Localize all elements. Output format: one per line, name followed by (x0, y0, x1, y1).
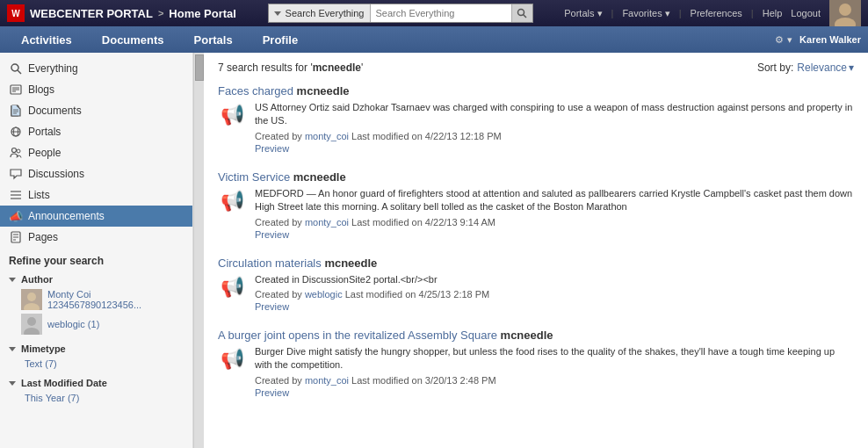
svg-point-18 (12, 148, 17, 153)
result-preview-link[interactable]: Preview (255, 387, 289, 398)
sidebar-item-people[interactable]: People (0, 142, 192, 163)
sidebar-item-label: Blogs (28, 83, 54, 96)
svg-line-1 (524, 15, 527, 18)
search-wrapper: Search Everything (268, 4, 533, 23)
sidebar-item-label: Lists (28, 189, 50, 201)
sort-dropdown-icon: ▾ (849, 61, 854, 74)
svg-point-28 (27, 293, 36, 301)
refine-group-mimetype-title[interactable]: Mimetype (9, 343, 184, 354)
result-text: Burger Dive might satisfy the hungry sho… (255, 345, 854, 399)
mimetype-text-label: Text (7) (25, 358, 57, 369)
result-text: MEDFORD — An honor guard of firefighters… (255, 187, 854, 241)
logout-nav[interactable]: Logout (791, 8, 821, 18)
group-label: Author (21, 274, 53, 285)
sidebar-item-label: Portals (28, 126, 61, 138)
result-meta: Created by weblogic Last modified on 4/2… (255, 289, 854, 300)
sidebar-item-announcements[interactable]: 📣 Announcements (0, 206, 192, 227)
search-type-dropdown[interactable]: Search Everything (269, 4, 371, 22)
sidebar-item-label: People (28, 147, 61, 159)
results-summary: 7 search results for 'mcneedle' (218, 61, 363, 74)
svg-point-5 (11, 64, 18, 71)
mimetype-text[interactable]: Text (7) (9, 357, 184, 371)
result-icon: 📢 (218, 345, 246, 373)
preferences-nav[interactable]: Preferences (691, 8, 742, 18)
group-label: Mimetype (21, 343, 66, 354)
blog-icon (9, 83, 23, 97)
sidebar-item-lists[interactable]: Lists (0, 184, 192, 206)
portals-nav[interactable]: Portals ▾ (564, 8, 602, 19)
title-prefix: Circulation materials (218, 257, 324, 270)
scroll-thumb[interactable] (195, 54, 204, 81)
tab-portals[interactable]: Portals (180, 26, 247, 53)
dropdown-arrow-icon (274, 11, 281, 16)
result-item: Circulation materials mcneedle 📢 Created… (218, 257, 854, 313)
author-weblogic[interactable]: weblogic (1) (9, 312, 184, 336)
tab-activities[interactable]: Activities (7, 26, 86, 53)
sidebar-scrollbar[interactable] (193, 53, 204, 448)
result-author-link[interactable]: monty_coi (305, 217, 349, 228)
sort-area: Sort by: Relevance ▾ (757, 61, 854, 74)
result-desc: Burger Dive might satisfy the hungry sho… (255, 345, 854, 372)
title-prefix: A burger joint opens in the revitalized … (218, 329, 501, 342)
refine-group-last-modified-title[interactable]: Last Modified Date (9, 378, 184, 388)
results-header: 7 search results for 'mcneedle' Sort by:… (218, 61, 854, 74)
sidebar-item-blogs[interactable]: Blogs (0, 79, 192, 100)
user-avatar (829, 0, 861, 26)
search-icon (9, 61, 23, 76)
result-title[interactable]: A burger joint opens in the revitalized … (218, 329, 854, 342)
search-button[interactable] (511, 4, 532, 22)
tab-profile[interactable]: Profile (249, 26, 312, 53)
result-title[interactable]: Faces charged mcneedle (218, 84, 854, 98)
result-preview-link[interactable]: Preview (255, 229, 289, 240)
sidebar-item-discussions[interactable]: Discussions (0, 163, 192, 184)
portals-icon (9, 125, 23, 139)
nav-bar: Activities Documents Portals Profile ⚙ ▾… (0, 26, 868, 53)
result-author-link[interactable]: monty_coi (305, 375, 349, 386)
content-area: 7 search results for 'mcneedle' Sort by:… (204, 53, 868, 448)
result-body: 📢 Burger Dive might satisfy the hungry s… (218, 345, 854, 399)
top-bar: W WEBCENTER PORTAL > Home Portal Search … (0, 0, 868, 26)
date-this-year[interactable]: This Year (7) (9, 391, 184, 405)
sidebar-item-label: Documents (28, 105, 82, 117)
refine-group-last-modified: Last Modified Date This Year (7) (0, 374, 192, 408)
sort-dropdown[interactable]: Relevance ▾ (797, 61, 854, 74)
search-input[interactable] (371, 4, 511, 22)
sidebar-item-pages[interactable]: Pages (0, 227, 192, 248)
result-preview-link[interactable]: Preview (255, 301, 289, 312)
lists-icon (9, 188, 23, 202)
group-label: Last Modified Date (21, 378, 107, 388)
result-title[interactable]: Circulation materials mcneedle (218, 257, 854, 270)
refine-section: Refine your search (0, 248, 192, 271)
result-title[interactable]: Victim Service mcneedle (218, 170, 854, 184)
result-desc: US Attorney Ortiz said Dzhokar Tsarnaev … (255, 101, 854, 128)
sort-label: Sort by: (757, 61, 793, 74)
refine-group-author-title[interactable]: Author (9, 274, 184, 285)
sidebar-item-everything[interactable]: Everything (0, 58, 192, 79)
sidebar-item-documents[interactable]: Documents (0, 100, 192, 121)
date-this-year-label: This Year (7) (25, 393, 79, 403)
tab-documents[interactable]: Documents (88, 26, 178, 53)
people-icon (9, 146, 23, 160)
sidebar-item-portals[interactable]: Portals (0, 121, 192, 142)
avatar-image (829, 0, 861, 26)
author-monty-coi[interactable]: Monty Coi 1234567890123456... (9, 287, 184, 312)
result-author-link[interactable]: weblogic (305, 289, 343, 300)
author-name-weblogic: weblogic (1) (47, 319, 99, 329)
help-nav[interactable]: Help (763, 8, 783, 18)
result-item: A burger joint opens in the revitalized … (218, 329, 854, 399)
top-nav-right: Portals ▾ | Favorites ▾ | Preferences | … (564, 0, 861, 26)
result-body: 📢 US Attorney Ortiz said Dzhokar Tsarnae… (218, 101, 854, 155)
favorites-nav[interactable]: Favorites ▾ (622, 8, 669, 19)
result-icon: 📢 (218, 187, 246, 215)
result-preview-link[interactable]: Preview (255, 143, 289, 154)
result-item: Victim Service mcneedle 📢 MEDFORD — An h… (218, 170, 854, 241)
result-date: 3/20/13 2:48 PM (425, 375, 496, 386)
result-author-link[interactable]: monty_coi (305, 131, 349, 141)
result-date: 4/22/13 12:18 PM (425, 131, 502, 141)
result-icon: 📢 (218, 273, 246, 301)
title-keyword: mcneedle (501, 329, 553, 342)
settings-button[interactable]: ⚙ ▾ (775, 34, 792, 46)
search-area: Search Everything (243, 4, 557, 23)
result-desc: Created in DiscussionSite2 portal.<br/><… (255, 273, 854, 286)
result-desc: MEDFORD — An honor guard of firefighters… (255, 187, 854, 214)
